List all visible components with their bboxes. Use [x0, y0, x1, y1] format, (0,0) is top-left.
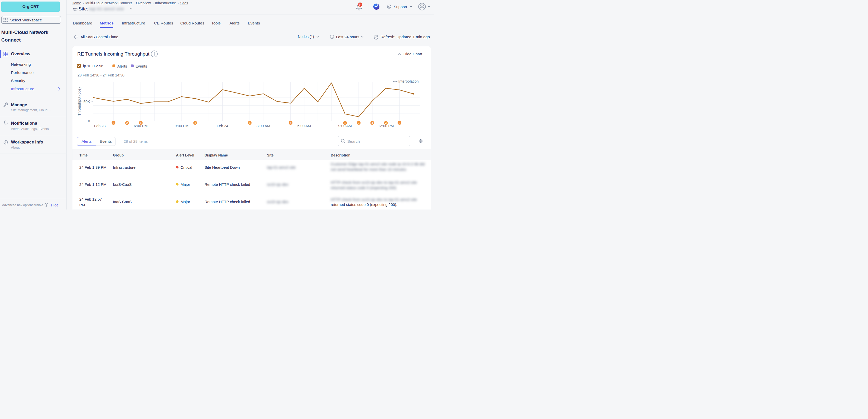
svg-text:aws: aws [73, 7, 78, 10]
svg-text:9+: 9+ [359, 3, 362, 6]
